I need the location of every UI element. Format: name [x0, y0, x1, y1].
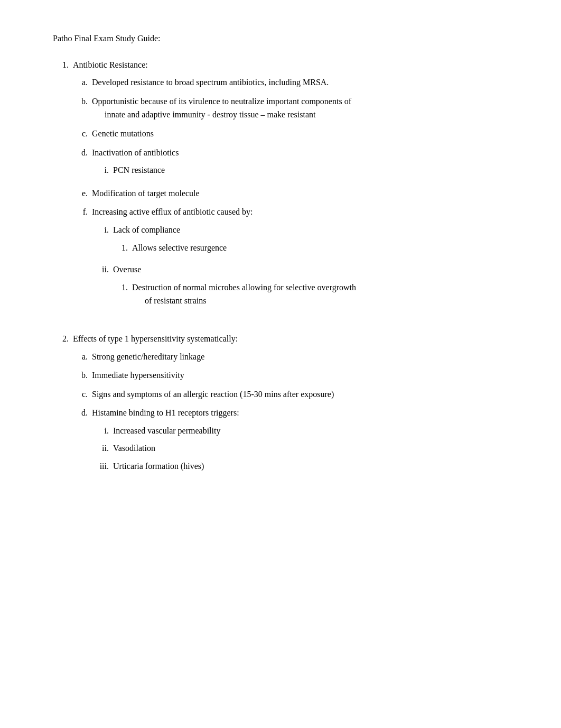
main-list: 1. Antibiotic Resistance: a. Developed r… [53, 58, 519, 483]
text-1f-i-1: Allows selective resurgence [132, 243, 227, 252]
content-2d-i: Increased vascular permeability [113, 424, 519, 438]
text-1b-line2: innate and adaptive immunity - destroy t… [92, 110, 315, 119]
text-2a: Strong genetic/hereditary linkage [92, 352, 204, 361]
text-2d-iii: Urticaria formation (hives) [113, 462, 204, 471]
sublist-2d: i. Increased vascular permeability ii. V… [92, 424, 519, 473]
num4-1f-ii-1: 1. [113, 281, 128, 308]
item-1c: c. Genetic mutations [73, 127, 519, 141]
item-1d-i: i. PCN resistance [92, 163, 519, 177]
content-2d-iii: Urticaria formation (hives) [113, 459, 519, 473]
content-2d: Histamine binding to H1 receptors trigge… [92, 406, 519, 477]
content-2b: Immediate hypersensitivity [92, 368, 519, 382]
text-1d: Inactivation of antibiotics [92, 148, 179, 157]
text-1f-ii-1-line2: of resistant strains [132, 296, 206, 305]
item-2d: d. Histamine binding to H1 receptors tri… [73, 406, 519, 477]
alpha-1b: b. [73, 95, 88, 122]
item-2d-ii: ii. Vasodilation [92, 441, 519, 455]
alpha-2b: b. [73, 368, 88, 382]
content-1f-i: Lack of compliance 1. Allows selective r… [113, 223, 519, 259]
section-2-sublist: a. Strong genetic/hereditary linkage b. … [73, 350, 519, 477]
text-1f-ii-1-line1: Destruction of normal microbes allowing … [132, 283, 356, 292]
item-1e: e. Modification of target molecule [73, 187, 519, 200]
item-2b: b. Immediate hypersensitivity [73, 368, 519, 382]
text-2d-ii: Vasodilation [113, 444, 155, 453]
sublist-1d: i. PCN resistance [92, 163, 519, 177]
sublist-1f-i: 1. Allows selective resurgence [113, 241, 519, 255]
section-2-heading: Effects of type 1 hypersensitivity syste… [73, 334, 238, 343]
alpha-1c: c. [73, 127, 88, 141]
content-1a: Developed resistance to broad spectrum a… [92, 76, 519, 89]
item-2a: a. Strong genetic/hereditary linkage [73, 350, 519, 364]
sublist-1f-ii: 1. Destruction of normal microbes allowi… [113, 281, 519, 308]
item-2d-iii: iii. Urticaria formation (hives) [92, 459, 519, 473]
list-item-1: 1. Antibiotic Resistance: a. Developed r… [53, 58, 519, 321]
text-2d: Histamine binding to H1 receptors trigge… [92, 408, 239, 417]
section-1-sublist: a. Developed resistance to broad spectru… [73, 76, 519, 316]
content-1f-ii: Overuse 1. Destruction of normal microbe… [113, 263, 519, 312]
alpha-1f: f. [73, 205, 88, 316]
text-1e: Modification of target molecule [92, 189, 200, 198]
item-1f-i-1: 1. Allows selective resurgence [113, 241, 519, 255]
text-1d-i: PCN resistance [113, 165, 165, 174]
roman-2d-i: i. [92, 424, 109, 438]
item-1f-i: i. Lack of compliance 1. Allows selectiv… [92, 223, 519, 259]
alpha-1e: e. [73, 187, 88, 200]
roman-2d-iii: iii. [92, 459, 109, 473]
roman-1d-i: i. [92, 163, 109, 177]
content-1e: Modification of target molecule [92, 187, 519, 200]
content-2d-ii: Vasodilation [113, 441, 519, 455]
alpha-1a: a. [73, 76, 88, 89]
item-1f-ii: ii. Overuse 1. Destruction of normal mic… [92, 263, 519, 312]
item-1a: a. Developed resistance to broad spectru… [73, 76, 519, 89]
text-1f-ii: Overuse [113, 265, 141, 274]
item-1b: b. Opportunistic because of its virulenc… [73, 95, 519, 122]
content-1f-i-1: Allows selective resurgence [132, 241, 519, 255]
page-title: Patho Final Exam Study Guide: [53, 32, 519, 45]
item-2d-i: i. Increased vascular permeability [92, 424, 519, 438]
item-2c: c. Signs and symptoms of an allergic rea… [73, 388, 519, 401]
content-2a: Strong genetic/hereditary linkage [92, 350, 519, 364]
text-2c: Signs and symptoms of an allergic reacti… [92, 390, 334, 399]
text-1f: Increasing active efflux of antibiotic c… [92, 207, 253, 216]
roman-1f-ii: ii. [92, 263, 109, 312]
content-1c: Genetic mutations [92, 127, 519, 141]
text-1b-line1: Opportunistic because of its virulence t… [92, 97, 351, 106]
item-1d: d. Inactivation of antibiotics i. PCN re… [73, 146, 519, 181]
item-1f-ii-1: 1. Destruction of normal microbes allowi… [113, 281, 519, 308]
alpha-2a: a. [73, 350, 88, 364]
alpha-1d: d. [73, 146, 88, 181]
alpha-2c: c. [73, 388, 88, 401]
section-1-content: Antibiotic Resistance: a. Developed resi… [73, 58, 519, 321]
list-num-1: 1. [53, 58, 69, 321]
content-2c: Signs and symptoms of an allergic reacti… [92, 388, 519, 401]
list-num-2: 2. [53, 332, 69, 483]
content-1f-ii-1: Destruction of normal microbes allowing … [132, 281, 519, 308]
content-1d-i: PCN resistance [113, 163, 519, 177]
section-2-content: Effects of type 1 hypersensitivity syste… [73, 332, 519, 483]
roman-2d-ii: ii. [92, 441, 109, 455]
section-1-heading: Antibiotic Resistance: [73, 60, 148, 69]
list-item-2: 2. Effects of type 1 hypersensitivity sy… [53, 332, 519, 483]
sublist-1f: i. Lack of compliance 1. Allows selectiv… [92, 223, 519, 312]
text-2d-i: Increased vascular permeability [113, 426, 220, 435]
content-1b: Opportunistic because of its virulence t… [92, 95, 519, 122]
content-1f: Increasing active efflux of antibiotic c… [92, 205, 519, 316]
text-1a: Developed resistance to broad spectrum a… [92, 78, 329, 87]
text-2b: Immediate hypersensitivity [92, 371, 184, 380]
text-1f-i: Lack of compliance [113, 225, 180, 234]
roman-1f-i: i. [92, 223, 109, 259]
item-1f: f. Increasing active efflux of antibioti… [73, 205, 519, 316]
num4-1f-i-1: 1. [113, 241, 128, 255]
alpha-2d: d. [73, 406, 88, 477]
content-1d: Inactivation of antibiotics i. PCN resis… [92, 146, 519, 181]
text-1c: Genetic mutations [92, 129, 154, 138]
